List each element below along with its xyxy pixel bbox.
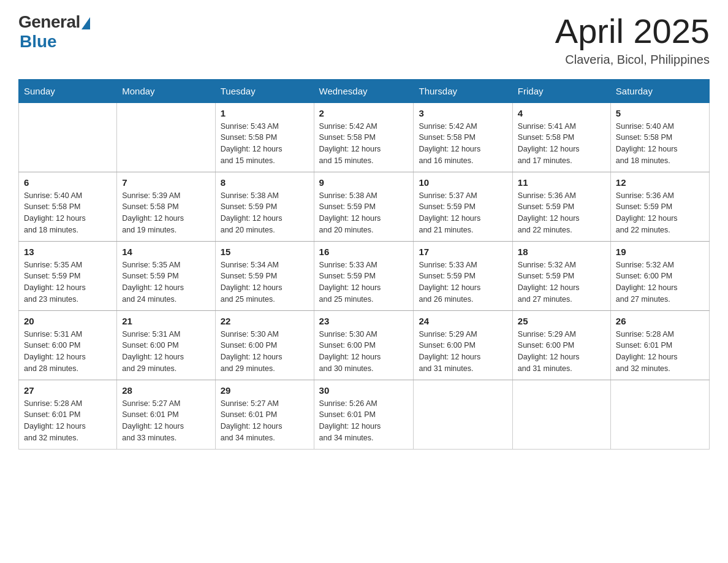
day-info: Sunrise: 5:29 AMSunset: 6:00 PMDaylight:… <box>518 329 605 375</box>
calendar-header-monday: Monday <box>117 79 215 102</box>
calendar-cell: 28Sunrise: 5:27 AMSunset: 6:01 PMDayligh… <box>117 380 215 449</box>
day-number: 10 <box>419 177 507 188</box>
day-number: 4 <box>518 108 605 118</box>
calendar-cell: 25Sunrise: 5:29 AMSunset: 6:00 PMDayligh… <box>512 310 610 380</box>
calendar-header-friday: Friday <box>512 79 610 102</box>
day-info: Sunrise: 5:42 AMSunset: 5:58 PMDaylight:… <box>419 121 507 167</box>
day-info: Sunrise: 5:30 AMSunset: 6:00 PMDaylight:… <box>319 329 409 375</box>
calendar-cell: 30Sunrise: 5:26 AMSunset: 6:01 PMDayligh… <box>314 380 414 449</box>
day-number: 21 <box>122 316 210 326</box>
day-number: 23 <box>319 316 409 326</box>
calendar-cell: 8Sunrise: 5:38 AMSunset: 5:59 PMDaylight… <box>215 172 314 241</box>
day-info: Sunrise: 5:30 AMSunset: 6:00 PMDaylight:… <box>221 329 309 375</box>
day-number: 8 <box>221 177 309 188</box>
calendar-week-row: 20Sunrise: 5:31 AMSunset: 6:00 PMDayligh… <box>19 310 710 380</box>
calendar-cell: 10Sunrise: 5:37 AMSunset: 5:59 PMDayligh… <box>414 172 512 241</box>
calendar-header-saturday: Saturday <box>610 79 709 102</box>
calendar-cell: 23Sunrise: 5:30 AMSunset: 6:00 PMDayligh… <box>314 310 414 380</box>
calendar-week-row: 1Sunrise: 5:43 AMSunset: 5:58 PMDaylight… <box>19 102 710 172</box>
day-number: 29 <box>221 385 309 396</box>
calendar-cell: 2Sunrise: 5:42 AMSunset: 5:58 PMDaylight… <box>314 102 414 172</box>
page-header: General Blue April 2025 Claveria, Bicol,… <box>18 12 710 67</box>
calendar-cell: 14Sunrise: 5:35 AMSunset: 5:59 PMDayligh… <box>117 241 215 310</box>
calendar-cell: 6Sunrise: 5:40 AMSunset: 5:58 PMDaylight… <box>19 172 117 241</box>
calendar-cell: 15Sunrise: 5:34 AMSunset: 5:59 PMDayligh… <box>215 241 314 310</box>
logo-blue-text: Blue <box>20 32 57 52</box>
day-info: Sunrise: 5:35 AMSunset: 5:59 PMDaylight:… <box>122 259 210 305</box>
day-info: Sunrise: 5:33 AMSunset: 5:59 PMDaylight:… <box>419 259 507 305</box>
day-number: 2 <box>319 108 409 118</box>
calendar-header-wednesday: Wednesday <box>314 79 414 102</box>
day-info: Sunrise: 5:36 AMSunset: 5:59 PMDaylight:… <box>616 190 704 236</box>
day-number: 25 <box>518 316 605 326</box>
calendar-cell: 27Sunrise: 5:28 AMSunset: 6:01 PMDayligh… <box>19 380 117 449</box>
calendar-week-row: 13Sunrise: 5:35 AMSunset: 5:59 PMDayligh… <box>19 241 710 310</box>
day-info: Sunrise: 5:28 AMSunset: 6:01 PMDaylight:… <box>24 398 112 444</box>
calendar-cell <box>414 380 512 449</box>
day-info: Sunrise: 5:39 AMSunset: 5:58 PMDaylight:… <box>122 190 210 236</box>
day-info: Sunrise: 5:31 AMSunset: 6:00 PMDaylight:… <box>24 329 112 375</box>
logo-general-text: General <box>18 12 80 32</box>
day-info: Sunrise: 5:38 AMSunset: 5:59 PMDaylight:… <box>221 190 309 236</box>
calendar-table: SundayMondayTuesdayWednesdayThursdayFrid… <box>18 79 710 450</box>
day-info: Sunrise: 5:35 AMSunset: 5:59 PMDaylight:… <box>24 259 112 305</box>
day-number: 22 <box>221 316 309 326</box>
day-number: 16 <box>319 247 409 257</box>
logo-triangle-icon <box>82 17 90 29</box>
calendar-cell: 1Sunrise: 5:43 AMSunset: 5:58 PMDaylight… <box>215 102 314 172</box>
day-number: 11 <box>518 177 605 188</box>
calendar-week-row: 27Sunrise: 5:28 AMSunset: 6:01 PMDayligh… <box>19 380 710 449</box>
day-number: 24 <box>419 316 507 326</box>
calendar-location: Claveria, Bicol, Philippines <box>555 53 710 67</box>
calendar-cell <box>117 102 215 172</box>
day-info: Sunrise: 5:31 AMSunset: 6:00 PMDaylight:… <box>122 329 210 375</box>
day-info: Sunrise: 5:32 AMSunset: 6:00 PMDaylight:… <box>616 259 704 305</box>
day-number: 12 <box>616 177 704 188</box>
day-info: Sunrise: 5:36 AMSunset: 5:59 PMDaylight:… <box>518 190 605 236</box>
calendar-cell: 9Sunrise: 5:38 AMSunset: 5:59 PMDaylight… <box>314 172 414 241</box>
calendar-cell: 12Sunrise: 5:36 AMSunset: 5:59 PMDayligh… <box>610 172 709 241</box>
calendar-cell: 3Sunrise: 5:42 AMSunset: 5:58 PMDaylight… <box>414 102 512 172</box>
calendar-cell: 26Sunrise: 5:28 AMSunset: 6:01 PMDayligh… <box>610 310 709 380</box>
day-info: Sunrise: 5:32 AMSunset: 5:59 PMDaylight:… <box>518 259 605 305</box>
day-number: 6 <box>24 177 112 188</box>
calendar-cell: 19Sunrise: 5:32 AMSunset: 6:00 PMDayligh… <box>610 241 709 310</box>
day-number: 28 <box>122 385 210 396</box>
day-number: 18 <box>518 247 605 257</box>
calendar-header-tuesday: Tuesday <box>215 79 314 102</box>
calendar-week-row: 6Sunrise: 5:40 AMSunset: 5:58 PMDaylight… <box>19 172 710 241</box>
day-info: Sunrise: 5:41 AMSunset: 5:58 PMDaylight:… <box>518 121 605 167</box>
calendar-cell: 18Sunrise: 5:32 AMSunset: 5:59 PMDayligh… <box>512 241 610 310</box>
day-info: Sunrise: 5:26 AMSunset: 6:01 PMDaylight:… <box>319 398 409 444</box>
day-info: Sunrise: 5:43 AMSunset: 5:58 PMDaylight:… <box>221 121 309 167</box>
calendar-cell: 29Sunrise: 5:27 AMSunset: 6:01 PMDayligh… <box>215 380 314 449</box>
day-number: 5 <box>616 108 704 118</box>
calendar-cell: 11Sunrise: 5:36 AMSunset: 5:59 PMDayligh… <box>512 172 610 241</box>
day-info: Sunrise: 5:42 AMSunset: 5:58 PMDaylight:… <box>319 121 409 167</box>
calendar-title: April 2025 <box>555 12 710 50</box>
calendar-cell: 22Sunrise: 5:30 AMSunset: 6:00 PMDayligh… <box>215 310 314 380</box>
calendar-cell <box>610 380 709 449</box>
logo: General Blue <box>18 12 90 52</box>
day-number: 15 <box>221 247 309 257</box>
day-info: Sunrise: 5:34 AMSunset: 5:59 PMDaylight:… <box>221 259 309 305</box>
calendar-header-sunday: Sunday <box>19 79 117 102</box>
day-info: Sunrise: 5:27 AMSunset: 6:01 PMDaylight:… <box>221 398 309 444</box>
calendar-header-thursday: Thursday <box>414 79 512 102</box>
day-number: 30 <box>319 385 409 396</box>
day-number: 27 <box>24 385 112 396</box>
calendar-cell: 16Sunrise: 5:33 AMSunset: 5:59 PMDayligh… <box>314 241 414 310</box>
day-number: 13 <box>24 247 112 257</box>
calendar-header-row: SundayMondayTuesdayWednesdayThursdayFrid… <box>19 79 710 102</box>
day-number: 3 <box>419 108 507 118</box>
day-number: 19 <box>616 247 704 257</box>
calendar-cell <box>512 380 610 449</box>
calendar-cell: 20Sunrise: 5:31 AMSunset: 6:00 PMDayligh… <box>19 310 117 380</box>
calendar-cell: 5Sunrise: 5:40 AMSunset: 5:58 PMDaylight… <box>610 102 709 172</box>
day-info: Sunrise: 5:28 AMSunset: 6:01 PMDaylight:… <box>616 329 704 375</box>
day-number: 9 <box>319 177 409 188</box>
day-number: 20 <box>24 316 112 326</box>
day-info: Sunrise: 5:38 AMSunset: 5:59 PMDaylight:… <box>319 190 409 236</box>
day-number: 1 <box>221 108 309 118</box>
calendar-cell: 21Sunrise: 5:31 AMSunset: 6:00 PMDayligh… <box>117 310 215 380</box>
